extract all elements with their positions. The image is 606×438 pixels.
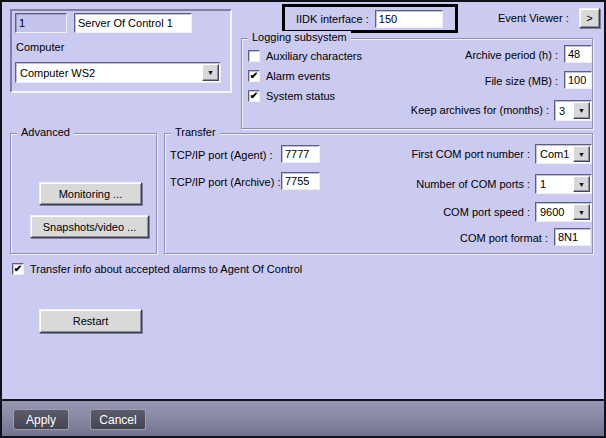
cancel-button[interactable]: Cancel [90, 409, 146, 430]
file-size-field[interactable] [564, 71, 592, 89]
archive-period-field-wrap [564, 45, 592, 63]
tcp-agent-label: TCP/IP port (Agent) : [170, 149, 273, 162]
tcp-archive-label: TCP/IP port (Archive) : [170, 176, 280, 189]
auxiliary-characters-checkbox[interactable] [248, 50, 260, 62]
keep-archives-select[interactable]: 3 ▼ [554, 100, 592, 121]
chevron-down-icon[interactable]: ▼ [573, 176, 590, 192]
server-id-field[interactable] [15, 13, 67, 33]
alarm-events-checkbox[interactable]: ✔ [248, 70, 260, 82]
computer-select-value: Computer WS2 [20, 67, 95, 79]
alarm-events-label: Alarm events [266, 70, 330, 83]
archive-period-field[interactable] [564, 45, 592, 63]
com-port-format-label: COM port format : [382, 232, 548, 245]
restart-button[interactable]: Restart [39, 309, 142, 333]
tcp-archive-field-wrap [281, 172, 320, 190]
transfer-info-label: Transfer info about accepted alarms to A… [30, 263, 302, 276]
chevron-down-icon[interactable]: ▼ [573, 102, 590, 119]
snapshots-video-button[interactable]: Snapshots/video ... [30, 215, 149, 238]
num-com-ports-value: 1 [540, 178, 546, 190]
logging-subsystem-title: Logging subsystem [248, 31, 351, 43]
tcp-agent-field-wrap [281, 145, 320, 163]
server-id-field-wrap [15, 13, 67, 33]
com-port-format-field[interactable] [554, 228, 591, 246]
computer-select[interactable]: Computer WS2 ▼ [15, 62, 221, 83]
server-settings-dialog: Computer Computer WS2 ▼ IIDK interface :… [0, 0, 606, 438]
com-port-format-field-wrap [554, 228, 591, 246]
transfer-info-checkbox[interactable]: ✔ [12, 263, 24, 275]
num-com-ports-select[interactable]: 1 ▼ [535, 174, 592, 194]
monitoring-button[interactable]: Monitoring ... [39, 182, 142, 205]
computer-label: Computer [16, 41, 64, 54]
chevron-down-icon[interactable]: ▼ [202, 64, 219, 81]
system-status-label: System status [266, 90, 335, 103]
iidk-highlight-box: IIDK interface : [282, 4, 458, 33]
system-status-checkbox[interactable]: ✔ [248, 90, 260, 102]
tcp-archive-field[interactable] [281, 172, 320, 190]
server-name-field-wrap [74, 13, 192, 33]
file-size-label: File size (MB) : [406, 75, 558, 88]
archive-period-label: Archive period (h) : [406, 49, 558, 62]
chevron-down-icon[interactable]: ▼ [573, 146, 590, 162]
com-port-speed-label: COM port speed : [382, 206, 530, 219]
num-com-ports-label: Number of COM ports : [382, 178, 530, 191]
com-port-speed-value: 9600 [540, 206, 564, 218]
auxiliary-characters-label: Auxiliary characters [266, 50, 362, 63]
tcp-agent-field[interactable] [281, 145, 320, 163]
chevron-down-icon[interactable]: ▼ [573, 204, 590, 220]
event-viewer-button[interactable]: > [579, 8, 600, 28]
advanced-title: Advanced [17, 126, 74, 138]
keep-archives-label: Keep archives for (months) : [342, 104, 549, 117]
first-com-port-value: Com1 [540, 148, 569, 160]
first-com-port-select[interactable]: Com1 ▼ [535, 144, 592, 164]
footer-bar: Apply Cancel [2, 399, 604, 436]
keep-archives-value: 3 [559, 105, 565, 117]
iidk-interface-field[interactable] [375, 10, 443, 28]
file-size-field-wrap [564, 71, 592, 89]
first-com-port-label: First COM port number : [382, 148, 530, 161]
server-name-field[interactable] [74, 13, 192, 33]
iidk-interface-label: IIDK interface : [296, 13, 369, 25]
transfer-title: Transfer [171, 126, 220, 138]
com-port-speed-select[interactable]: 9600 ▼ [535, 202, 592, 222]
event-viewer-label: Event Viewer : [498, 12, 569, 25]
apply-button[interactable]: Apply [13, 409, 69, 430]
